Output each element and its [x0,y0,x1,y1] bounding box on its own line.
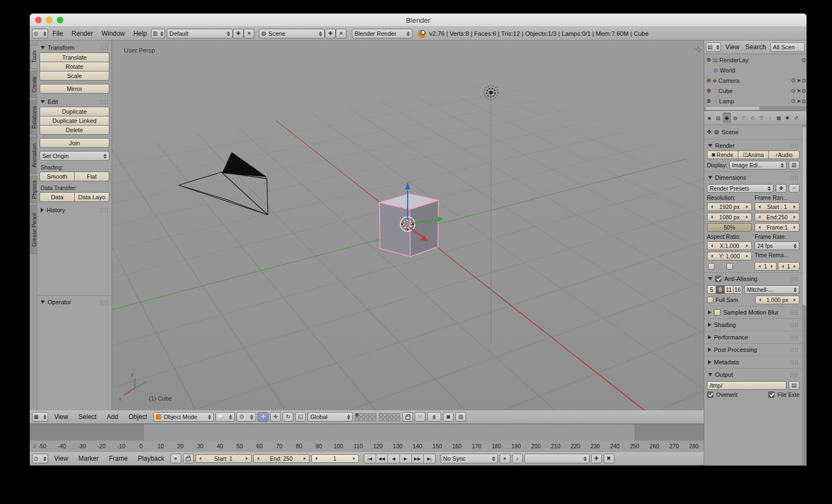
jump-to-start-button[interactable]: |◀ [364,454,376,463]
timeline-editor-type-button[interactable]: ◷ [32,454,48,463]
menu-window[interactable]: Window [97,30,129,37]
cursor-icon[interactable]: ➤ [797,88,801,94]
render-panel-header[interactable]: Render [707,141,800,150]
display-device-button[interactable]: ▥ [789,161,800,169]
antialiasing-checkbox[interactable] [715,276,722,282]
tab-scene-icon[interactable]: ◉ [723,113,731,123]
time-remap-old-field[interactable]: 1 [755,262,777,271]
panel-grip-icon[interactable] [790,310,798,315]
timeline-menu-marker[interactable]: Marker [74,455,103,462]
manipulator-scale-button[interactable]: ◱ [295,412,306,422]
outliner-item-camera[interactable]: ⊕ ◆ Camera | ⊙ ➤ ◘ [706,75,805,86]
menu-render[interactable]: Render [67,30,97,37]
render-opengl-button[interactable]: ▥ [455,412,466,422]
join-button[interactable]: Join [40,138,109,148]
menu-help[interactable]: Help [129,30,151,37]
frame-rate-dropdown[interactable]: 24 fps [755,241,800,250]
expand-icon[interactable]: ⊕ [706,88,711,94]
panel-grip-icon[interactable] [790,323,798,328]
timeline-ruler[interactable]: ⊙ -50-40-30-20-1001020304050607080901001… [30,424,704,452]
expand-icon[interactable]: ⊕ [706,57,711,63]
panel-grip-icon[interactable] [790,360,798,365]
camera-object[interactable] [179,152,268,215]
layers-widget-right[interactable] [379,413,400,421]
outliner-item-lamp[interactable]: ⊕ ☀ Lamp | ⊙ ➤ ◘ [706,96,805,106]
expand-icon[interactable]: ⊕ [706,78,711,83]
snap-element-dropdown[interactable] [427,412,441,422]
panel-grip-icon[interactable] [790,335,798,340]
viewport-menu-object[interactable]: Object [125,413,152,421]
tab-render-layers-icon[interactable]: ▤ [714,113,722,123]
insert-keyframe-button[interactable]: ✚ [591,454,602,463]
aspect-y-field[interactable]: Y: 1.000 [707,252,752,260]
tab-physics-icon[interactable]: ↺ [792,113,800,123]
display-dropdown[interactable]: Image Edi... [729,161,787,169]
render-still-button[interactable]: ◙ Rende [707,150,738,159]
preview-range-button[interactable]: ● [171,454,181,463]
jump-next-keyframe-button[interactable]: ▶▶ [411,454,424,463]
shade-flat-button[interactable]: Flat [74,172,109,181]
tab-particles-icon[interactable]: ✱ [783,113,791,123]
render-still-button[interactable]: ◙ [443,412,454,422]
tab-animation[interactable]: Animation [30,137,38,174]
data-layout-transfer-button[interactable]: Data Layo [74,192,109,202]
border-checkbox[interactable] [708,263,715,270]
aa-samples-5-button[interactable]: 5 [707,285,716,294]
menu-file[interactable]: File [48,30,67,37]
cursor-icon[interactable]: ➤ [797,78,801,83]
panel-grip-icon[interactable] [790,348,798,352]
panel-grip-icon[interactable] [790,175,798,180]
panel-grip-icon[interactable] [790,143,798,148]
sync-dropdown[interactable]: No Sync [441,454,498,463]
outliner-editor-type-button[interactable]: ▤ [706,42,721,52]
jump-to-end-button[interactable]: ▶| [423,454,436,463]
rotate-button[interactable]: Rotate [40,62,109,71]
outliner-item-renderlayer[interactable]: ⊕ ▤ RenderLay ◘ [706,55,805,65]
aa-samples-8-button[interactable]: 8 [716,285,725,294]
transform-orientation-dropdown[interactable]: Global [307,412,353,422]
timeline-menu-view[interactable]: View [50,455,73,462]
tab-render-icon[interactable]: ◙ [705,113,713,123]
render-restrict-icon[interactable]: ◘ [802,78,805,83]
delete-button[interactable]: Delete [40,125,109,135]
add-preset-button[interactable]: ✚ [776,184,787,193]
area-resize-handle[interactable] [696,47,701,53]
render-restrict-icon[interactable]: ◘ [802,99,805,104]
time-remap-new-field[interactable]: 1 [778,262,800,271]
scale-button[interactable]: Scale [40,71,109,81]
outliner-menu-search[interactable]: Search [744,43,768,51]
render-animation-button[interactable]: ◫Anima [738,150,769,159]
render-presets-dropdown[interactable]: Render Presets [707,184,774,193]
aa-samples-16-button[interactable]: 16 [733,285,742,294]
mirror-button[interactable]: Mirror [40,84,109,94]
tab-texture-icon[interactable]: ▦ [775,113,783,123]
dimensions-panel-header[interactable]: Dimensions [707,173,800,182]
record-button[interactable]: ● [500,454,510,463]
current-frame-field[interactable]: Frame:1 [755,223,800,232]
manipulator-rotate-button[interactable]: ↻ [283,412,293,422]
pivot-center-dropdown[interactable]: ⊙ [237,412,256,422]
render-engine-dropdown[interactable]: Blender Render [352,29,412,38]
timeline-menu-frame[interactable]: Frame [104,455,132,462]
layers-widget-left[interactable] [355,413,376,421]
outliner-filter-dropdown[interactable]: All Scen [770,42,805,52]
panel-grip-icon[interactable] [790,372,798,377]
render-restrict-icon[interactable]: ◘ [802,57,805,63]
panel-grip-icon[interactable] [100,45,108,50]
outliner-hscrollbar[interactable] [704,106,807,110]
resolution-x-field[interactable]: 1920 px [707,202,752,211]
aspect-x-field[interactable]: X:1.000 [707,241,752,250]
viewport-editor-type-button[interactable]: ▦ [32,412,48,422]
post-processing-panel-header[interactable]: Post Processing [707,345,800,355]
set-origin-dropdown[interactable]: Set Origin [40,151,109,161]
panel-grip-icon[interactable] [100,100,108,104]
duplicate-button[interactable]: Duplicate [40,107,109,116]
lock-layers-button[interactable] [402,412,413,422]
tab-constraints-icon[interactable]: ◇ [749,113,757,123]
layout-dropdown[interactable]: Default [167,29,233,38]
data-transfer-button[interactable]: Data [40,192,75,202]
output-path-field[interactable]: /tmp/ [707,381,787,390]
mode-dropdown[interactable]: Object Mode [153,412,214,422]
viewport-menu-select[interactable]: Select [74,413,101,421]
antialiasing-panel-header[interactable]: Anti-Aliasing [707,274,800,284]
